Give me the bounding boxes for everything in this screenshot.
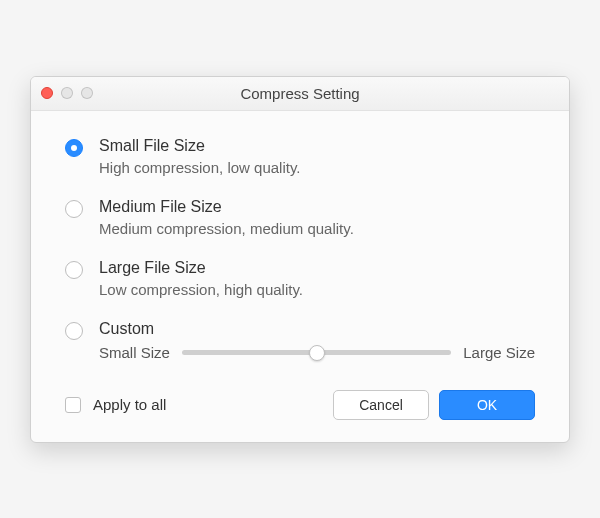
option-medium-label: Medium File Size — [99, 198, 535, 216]
window-controls — [41, 87, 93, 99]
option-small-label: Small File Size — [99, 137, 535, 155]
dialog-content: Small File Size High compression, low qu… — [31, 111, 569, 442]
option-large-text: Large File Size Low compression, high qu… — [99, 259, 535, 298]
option-custom-body: Custom Small Size Large Size — [99, 320, 535, 362]
option-large[interactable]: Large File Size Low compression, high qu… — [65, 259, 535, 298]
maximize-icon[interactable] — [81, 87, 93, 99]
dialog-footer: Apply to all Cancel OK — [65, 390, 535, 420]
option-custom[interactable]: Custom Small Size Large Size — [65, 320, 535, 362]
option-large-label: Large File Size — [99, 259, 535, 277]
slider-min-label: Small Size — [99, 344, 170, 361]
titlebar: Compress Setting — [31, 77, 569, 111]
option-medium[interactable]: Medium File Size Medium compression, med… — [65, 198, 535, 237]
apply-to-all-label: Apply to all — [93, 396, 321, 413]
option-medium-text: Medium File Size Medium compression, med… — [99, 198, 535, 237]
option-medium-desc: Medium compression, medium quality. — [99, 220, 535, 237]
custom-slider-row: Small Size Large Size — [99, 344, 535, 362]
slider-thumb[interactable] — [309, 345, 325, 361]
radio-large[interactable] — [65, 261, 83, 279]
option-small[interactable]: Small File Size High compression, low qu… — [65, 137, 535, 176]
apply-to-all-checkbox[interactable] — [65, 397, 81, 413]
minimize-icon[interactable] — [61, 87, 73, 99]
option-custom-label: Custom — [99, 320, 535, 338]
option-large-desc: Low compression, high quality. — [99, 281, 535, 298]
option-small-desc: High compression, low quality. — [99, 159, 535, 176]
close-icon[interactable] — [41, 87, 53, 99]
option-small-text: Small File Size High compression, low qu… — [99, 137, 535, 176]
size-slider[interactable] — [182, 344, 451, 362]
ok-button[interactable]: OK — [439, 390, 535, 420]
window-title: Compress Setting — [31, 85, 569, 102]
radio-custom[interactable] — [65, 322, 83, 340]
radio-small[interactable] — [65, 139, 83, 157]
radio-medium[interactable] — [65, 200, 83, 218]
dialog-buttons: Cancel OK — [333, 390, 535, 420]
compress-setting-dialog: Compress Setting Small File Size High co… — [30, 76, 570, 443]
slider-max-label: Large Size — [463, 344, 535, 361]
cancel-button[interactable]: Cancel — [333, 390, 429, 420]
